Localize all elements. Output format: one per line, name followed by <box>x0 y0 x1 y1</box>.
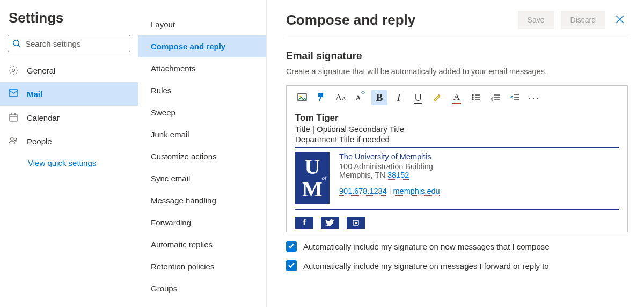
signature-edit-area[interactable]: Tom Tiger Title | Optional Secondary Tit… <box>287 109 627 232</box>
social-icons-row: f <box>295 217 619 229</box>
search-input[interactable] <box>25 39 127 48</box>
signature-contact-line: 901.678.1234 | memphis.edu <box>339 187 440 195</box>
svg-rect-3 <box>9 90 18 96</box>
outdent-icon <box>510 92 519 104</box>
sidebar-item-label: General <box>27 66 55 75</box>
font-size-icon: A◇ <box>355 93 364 103</box>
sidebar-item-label: People <box>27 137 52 146</box>
bold-icon: B <box>376 92 383 104</box>
include-on-reply-checkbox[interactable] <box>286 260 297 271</box>
highlight-icon <box>433 92 442 104</box>
include-on-new-checkbox[interactable] <box>286 241 297 252</box>
social-icon-3[interactable] <box>347 217 365 229</box>
subnav-automatic-replies[interactable]: Automatic replies <box>138 233 266 255</box>
insert-image-button[interactable] <box>294 90 310 105</box>
logo-letter-m: M <box>302 181 323 198</box>
discard-button[interactable]: Discard <box>561 11 605 29</box>
outdent-button[interactable] <box>507 90 523 105</box>
subnav-sweep[interactable]: Sweep <box>138 101 266 123</box>
include-on-new-label: Automatically include my signature on ne… <box>303 242 550 251</box>
svg-rect-4 <box>10 114 17 121</box>
close-button[interactable] <box>612 12 628 28</box>
page-title: Settings <box>0 10 138 35</box>
svg-text:3: 3 <box>491 99 493 102</box>
font-family-button[interactable]: AA <box>333 90 349 105</box>
italic-button[interactable]: I <box>391 90 407 105</box>
signature-phone: 901.678.1234 <box>339 187 387 195</box>
signature-title-line: Title | Optional Secondary Title <box>295 125 619 135</box>
format-painter-button[interactable] <box>313 90 330 105</box>
svg-point-19 <box>472 99 473 100</box>
signature-department-line: Department Title if needed <box>295 135 619 148</box>
svg-point-12 <box>14 138 16 140</box>
svg-line-1 <box>18 45 20 47</box>
subnav-compose-and-reply[interactable]: Compose and reply <box>138 35 266 57</box>
svg-point-2 <box>12 69 15 72</box>
close-icon <box>615 14 625 26</box>
subnav-junk-email[interactable]: Junk email <box>138 123 266 145</box>
calendar-icon <box>9 113 18 122</box>
font-family-icon: AA <box>335 93 346 103</box>
signature-separator: | <box>387 187 393 195</box>
signature-university: The University of Memphis <box>339 152 440 161</box>
subnav-retention-policies[interactable]: Retention policies <box>138 255 266 277</box>
include-on-reply-label: Automatically include my signature on me… <box>303 261 549 271</box>
search-icon <box>12 39 21 48</box>
university-logo: U of M <box>295 152 330 204</box>
section-title: Email signature <box>286 50 628 62</box>
sidebar-item-label: Mail <box>27 90 42 99</box>
svg-point-11 <box>11 137 13 140</box>
view-quick-settings-link[interactable]: View quick settings <box>0 153 138 167</box>
bulleted-list-button[interactable] <box>468 90 484 105</box>
section-description: Create a signature that will be automati… <box>286 67 628 76</box>
italic-icon: I <box>397 92 400 104</box>
image-icon <box>297 92 307 104</box>
number-list-icon: 123 <box>491 92 500 104</box>
bullet-list-icon <box>471 92 481 104</box>
subnav-groups[interactable]: Groups <box>138 277 266 299</box>
signature-name: Tom Tiger <box>295 113 619 125</box>
bold-button[interactable]: B <box>371 90 387 105</box>
logo-letter-u: U <box>305 158 320 176</box>
subnav-sync-email[interactable]: Sync email <box>138 167 266 189</box>
font-color-icon: A <box>452 92 461 104</box>
editor-toolbar: AA A◇ B I U A 123 ··· <box>287 86 627 109</box>
sidebar-item-people[interactable]: People <box>0 129 138 153</box>
signature-website: memphis.edu <box>393 187 440 195</box>
signature-address-2: Memphis, TN 38152 <box>339 171 440 179</box>
main-pane-title: Compose and reply <box>286 12 415 28</box>
mail-icon <box>9 89 18 99</box>
more-icon: ··· <box>528 92 539 104</box>
check-icon <box>288 242 295 251</box>
twitter-icon[interactable] <box>321 217 339 229</box>
save-button[interactable]: Save <box>518 11 554 29</box>
sidebar-item-mail[interactable]: Mail <box>0 82 138 106</box>
subnav-message-handling[interactable]: Message handling <box>138 189 266 211</box>
paint-brush-icon <box>317 92 326 104</box>
signature-editor: AA A◇ B I U A 123 ··· Tom Tiger Title | … <box>286 85 628 232</box>
svg-point-17 <box>472 94 473 96</box>
underline-button[interactable]: U <box>410 90 426 105</box>
svg-point-18 <box>472 97 473 98</box>
signature-zip: 38152 <box>387 171 409 179</box>
sidebar-item-label: Calendar <box>27 113 60 122</box>
sidebar-item-calendar[interactable]: Calendar <box>0 106 138 129</box>
more-formatting-button[interactable]: ··· <box>526 90 542 105</box>
font-color-button[interactable]: A <box>449 90 465 105</box>
check-icon <box>288 261 295 271</box>
subnav-layout[interactable]: Layout <box>138 13 266 35</box>
svg-rect-33 <box>355 222 357 224</box>
svg-point-0 <box>13 40 19 46</box>
numbered-list-button[interactable]: 123 <box>487 90 503 105</box>
subnav-attachments[interactable]: Attachments <box>138 57 266 79</box>
search-input-wrap[interactable] <box>8 35 130 52</box>
facebook-icon[interactable]: f <box>295 217 313 229</box>
highlight-button[interactable] <box>429 90 445 105</box>
signature-city: Memphis, TN <box>339 171 387 179</box>
subnav-forwarding[interactable]: Forwarding <box>138 211 266 233</box>
subnav-rules[interactable]: Rules <box>138 79 266 101</box>
subnav-customize-actions[interactable]: Customize actions <box>138 145 266 167</box>
sidebar-item-general[interactable]: General <box>0 59 138 82</box>
font-size-button[interactable]: A◇ <box>352 90 368 105</box>
people-icon <box>9 136 18 146</box>
